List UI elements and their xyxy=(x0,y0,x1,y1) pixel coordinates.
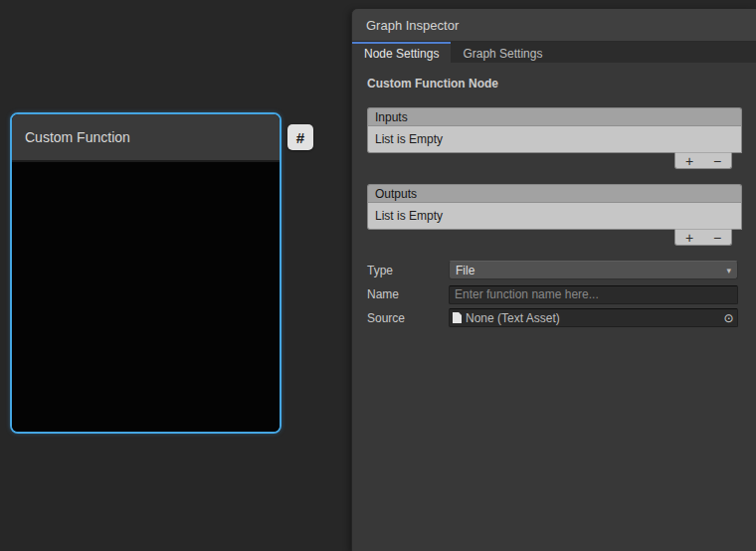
function-name-input[interactable] xyxy=(449,285,738,304)
outputs-list-header: Outputs xyxy=(367,184,742,203)
tab-graph-settings[interactable]: Graph Settings xyxy=(451,42,554,63)
outputs-list-footer: + − xyxy=(674,229,732,246)
source-object-value: None (Text Asset) xyxy=(466,311,560,325)
inputs-empty-text: List is Empty xyxy=(375,132,443,146)
source-object-field[interactable]: None (Text Asset) ⊙ xyxy=(449,308,738,327)
node-settings-heading: Custom Function Node xyxy=(367,77,756,91)
inspector-title: Graph Inspector xyxy=(366,18,459,33)
hash-badge-icon[interactable]: # xyxy=(287,124,313,150)
minus-icon: − xyxy=(713,154,721,168)
inputs-list-footer: + − xyxy=(674,152,732,169)
type-label: Type xyxy=(367,261,393,279)
text-asset-icon xyxy=(453,312,462,323)
chevron-down-icon: ▾ xyxy=(726,266,731,276)
node-header[interactable]: Custom Function xyxy=(12,114,280,162)
inputs-add-button[interactable]: + xyxy=(675,153,703,168)
inputs-list-header: Inputs xyxy=(367,107,742,126)
outputs-remove-button[interactable]: − xyxy=(703,230,731,245)
name-field-wrap xyxy=(449,284,738,303)
tab-node-settings-label: Node Settings xyxy=(364,47,439,61)
name-label: Name xyxy=(367,284,399,303)
outputs-add-button[interactable]: + xyxy=(675,230,703,245)
source-row: Source None (Text Asset) ⊙ xyxy=(367,308,738,327)
outputs-empty-text: List is Empty xyxy=(375,209,443,223)
hash-glyph: # xyxy=(296,129,304,146)
tab-node-settings[interactable]: Node Settings xyxy=(352,42,451,63)
custom-function-node[interactable]: Custom Function xyxy=(10,112,282,434)
object-picker-icon[interactable]: ⊙ xyxy=(720,309,737,326)
inputs-list-title: Inputs xyxy=(375,110,408,124)
name-row: Name xyxy=(367,284,738,303)
outputs-list-title: Outputs xyxy=(375,187,417,201)
plus-icon: + xyxy=(685,154,693,168)
type-dropdown[interactable]: File ▾ xyxy=(449,261,738,279)
node-title: Custom Function xyxy=(25,129,130,145)
type-dropdown-value: File xyxy=(456,264,474,277)
graph-inspector-panel: Graph Inspector Node Settings Graph Sett… xyxy=(351,8,756,551)
inspector-titlebar[interactable]: Graph Inspector xyxy=(352,9,756,42)
tab-graph-settings-label: Graph Settings xyxy=(463,47,542,61)
inputs-remove-button[interactable]: − xyxy=(703,153,731,168)
minus-icon: − xyxy=(713,231,721,245)
inputs-list: Inputs List is Empty + − xyxy=(367,107,742,169)
graph-editor: Custom Function # Graph Inspector Node S… xyxy=(0,0,756,551)
inspector-tabbar: Node Settings Graph Settings xyxy=(352,42,756,63)
type-row: Type File ▾ xyxy=(367,261,738,279)
source-label: Source xyxy=(367,308,405,327)
outputs-list-empty-row: List is Empty xyxy=(367,203,742,230)
plus-icon: + xyxy=(685,231,693,245)
node-body xyxy=(12,162,280,432)
inputs-list-empty-row: List is Empty xyxy=(367,126,742,153)
outputs-list: Outputs List is Empty + − xyxy=(367,184,742,246)
